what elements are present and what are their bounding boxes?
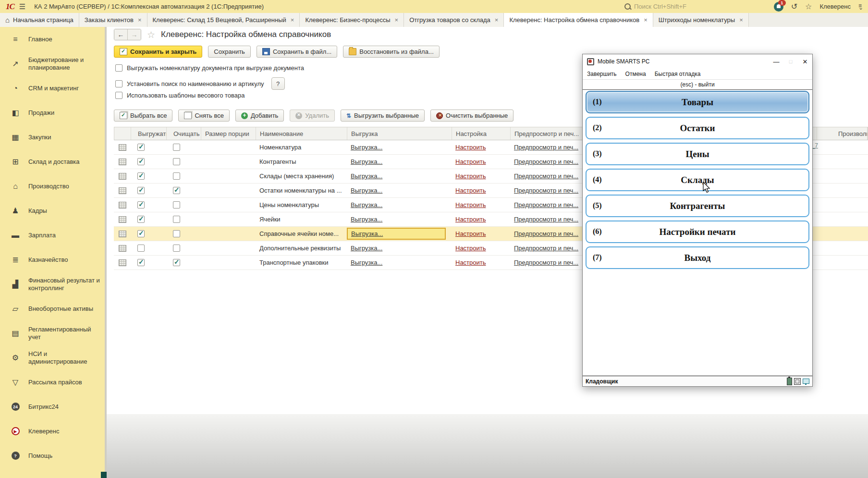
- tab-отгрузка-товаров-со-склада[interactable]: Отгрузка товаров со склада×: [404, 13, 504, 27]
- sidebar-item-hr[interactable]: ♟Кадры: [0, 198, 105, 223]
- upload-link[interactable]: Выгрузка...: [351, 172, 382, 180]
- upload-link[interactable]: Выгрузка...: [351, 201, 382, 208]
- export-selected-button[interactable]: ⇅Выгрузить выбранные: [341, 110, 425, 122]
- preview-print-link[interactable]: Предпросмотр и печ...: [514, 216, 578, 223]
- smarts-item-контрагенты[interactable]: (5)Контрагенты: [586, 195, 809, 217]
- sidebar-item-treasury[interactable]: ≣Казначейство: [0, 247, 105, 272]
- configure-link[interactable]: Настроить: [455, 158, 486, 165]
- deselect-all-button[interactable]: Снять все: [178, 110, 229, 122]
- forward-button[interactable]: →: [127, 29, 141, 40]
- delete-button[interactable]: Удалить: [290, 110, 335, 122]
- sidebar-item-salary[interactable]: ▬Зарплата: [0, 223, 105, 247]
- restore-from-file-button[interactable]: Восстановить из файла...: [343, 46, 440, 58]
- smarts-item-товары[interactable]: (1)Товары: [586, 91, 809, 113]
- upload-checkbox[interactable]: [137, 201, 145, 208]
- column-header[interactable]: Наименование: [256, 127, 347, 140]
- upload-link[interactable]: Выгрузка...: [351, 144, 382, 151]
- option-checkbox[interactable]: [115, 92, 122, 99]
- save-to-file-button[interactable]: Сохранить в файл...: [257, 46, 337, 58]
- upload-checkbox[interactable]: [137, 158, 145, 165]
- configure-link[interactable]: Настроить: [455, 172, 486, 180]
- preview-print-link[interactable]: Предпросмотр и печ...: [514, 201, 578, 208]
- sidebar-item-fixed-assets[interactable]: ▱Внеоборотные активы: [0, 296, 105, 321]
- sidebar-item-bitrix24[interactable]: 24Битрикс24: [0, 394, 105, 419]
- sidebar-item-main[interactable]: ≡Главное: [0, 27, 105, 51]
- upload-checkbox[interactable]: [137, 187, 145, 194]
- upload-link[interactable]: Выгрузка...: [351, 259, 382, 266]
- sidebar-item-crm-marketing[interactable]: ◔CRM и маркетинг: [0, 76, 105, 100]
- configure-link[interactable]: Настроить: [455, 230, 486, 237]
- smarts-item-настройки-печати[interactable]: (6)Настройки печати: [586, 221, 809, 243]
- tab-штрихкоды-номенклатуры[interactable]: Штрихкоды номенклатуры×: [653, 13, 749, 27]
- upload-link[interactable]: Выгрузка...: [351, 187, 382, 194]
- option-checkbox[interactable]: [115, 64, 122, 72]
- upload-checkbox[interactable]: [137, 216, 145, 223]
- column-header[interactable]: Выгружать: [131, 127, 167, 140]
- upload-link[interactable]: Выгрузка...: [351, 216, 382, 223]
- clear-checkbox[interactable]: [173, 230, 180, 237]
- current-user[interactable]: Клеверенс: [819, 3, 851, 10]
- clear-checkbox[interactable]: [173, 216, 180, 223]
- preview-print-link[interactable]: Предпросмотр и печ...: [514, 230, 578, 237]
- tab-close-icon[interactable]: ×: [644, 16, 648, 24]
- column-header[interactable]: Очищать: [167, 127, 201, 140]
- clear-checkbox[interactable]: [173, 172, 180, 180]
- upload-checkbox[interactable]: [137, 230, 145, 237]
- upload-checkbox[interactable]: [137, 245, 145, 252]
- sidebar-item-production[interactable]: ⌂Производство: [0, 174, 105, 198]
- tab-клеверенс-склад-15-вещевой-расширенный[interactable]: Клеверенс: Склад 15 Вещевой, Расширенный…: [147, 13, 300, 27]
- sidebar-item-regulated-accounting[interactable]: ▤Регламентированный учет: [0, 321, 105, 345]
- preview-print-link[interactable]: Предпросмотр и печ...: [514, 245, 578, 252]
- option-checkbox[interactable]: [115, 80, 122, 87]
- preview-print-link[interactable]: Предпросмотр и печ...: [514, 259, 578, 266]
- sidebar-item-warehouse-delivery[interactable]: ⊞Склад и доставка: [0, 149, 105, 174]
- main-menu-icon[interactable]: ☰: [19, 2, 25, 11]
- preview-print-link[interactable]: Предпросмотр и печ...: [514, 144, 578, 151]
- smarts-menu-отмена[interactable]: Отмена: [621, 71, 650, 77]
- favorites-star-icon[interactable]: ☆: [805, 2, 812, 11]
- sidebar-item-cleverence[interactable]: ▶Клеверенс: [0, 419, 105, 443]
- sidebar-item-price-mailing[interactable]: ▽Рассылка прайсов: [0, 370, 105, 394]
- add-button[interactable]: Добавить: [235, 110, 284, 122]
- mobile-smarts-titlebar[interactable]: Mobile SMARTS PC — □ ✕: [583, 54, 812, 69]
- configure-link[interactable]: Настроить: [455, 144, 486, 151]
- select-all-button[interactable]: Выбрать все: [114, 110, 172, 122]
- preview-print-link[interactable]: Предпросмотр и печ...: [514, 172, 578, 180]
- upload-checkbox[interactable]: [137, 172, 145, 180]
- save-and-close-button[interactable]: Сохранить и закрыть: [114, 46, 202, 58]
- configure-link[interactable]: Настроить: [455, 201, 486, 208]
- column-header[interactable]: Произволь: [817, 127, 868, 140]
- selected-cell[interactable]: Выгрузка...: [347, 228, 446, 240]
- add-to-favorites-icon[interactable]: ☆: [147, 29, 155, 40]
- configure-link[interactable]: Настроить: [455, 187, 486, 194]
- save-button[interactable]: Сохранить: [208, 46, 251, 58]
- clear-checkbox[interactable]: [173, 201, 180, 208]
- sidebar-item-purchases[interactable]: ▦Закупки: [0, 125, 105, 149]
- smarts-item-склады[interactable]: (4)Склады: [586, 169, 809, 191]
- tab-close-icon[interactable]: ×: [291, 16, 294, 24]
- upload-checkbox[interactable]: [137, 259, 145, 266]
- tab-close-icon[interactable]: ×: [739, 16, 743, 24]
- tab-клеверенс-бизнес-процессы[interactable]: Клеверенс: Бизнес-процессы×: [300, 13, 404, 27]
- back-button[interactable]: ←: [114, 29, 127, 40]
- smarts-menu-завершить[interactable]: Завершить: [583, 71, 621, 77]
- close-button[interactable]: ✕: [798, 54, 812, 69]
- tab-close-icon[interactable]: ×: [495, 16, 499, 24]
- column-header[interactable]: Выгрузка: [347, 127, 452, 140]
- sidebar-item-sales[interactable]: ◧Продажи: [0, 100, 105, 125]
- tab-заказы-клиентов[interactable]: Заказы клиентов×: [79, 13, 147, 27]
- smarts-menu-быстрая-отладка[interactable]: Быстрая отладка: [650, 71, 705, 77]
- preview-print-link[interactable]: Предпросмотр и печ...: [514, 187, 578, 194]
- preview-print-link[interactable]: Предпросмотр и печ...: [514, 158, 578, 165]
- global-search[interactable]: Поиск Ctrl+Shift+F: [624, 0, 686, 13]
- minimize-button[interactable]: —: [769, 54, 783, 69]
- sidebar-item-budgeting[interactable]: ↗Бюджетирование и планирование: [0, 51, 105, 76]
- clear-selected-button[interactable]: Очистить выбранные: [430, 110, 513, 122]
- smarts-item-остатки[interactable]: (2)Остатки: [586, 117, 809, 139]
- clear-checkbox[interactable]: [173, 187, 180, 194]
- column-header[interactable]: Настройка: [452, 127, 511, 140]
- sidebar-item-help[interactable]: ?Помощь: [0, 443, 105, 468]
- sidebar-item-nsi-administration[interactable]: ⚙НСИ и администрирование: [0, 345, 105, 370]
- clear-checkbox[interactable]: [173, 144, 180, 151]
- service-menu-icon[interactable]: ≡⌄: [858, 5, 863, 9]
